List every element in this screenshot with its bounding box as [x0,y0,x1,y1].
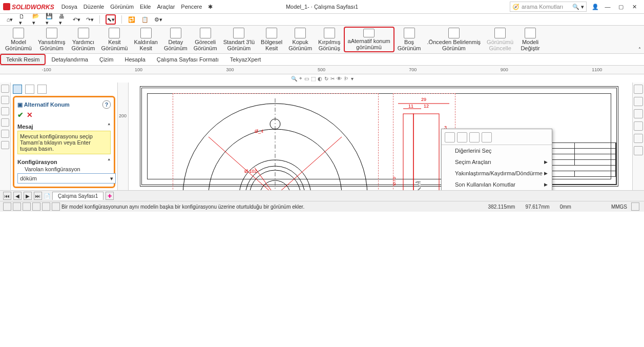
feature-tree-tab[interactable] [13,85,22,94]
ribbon-aux-view[interactable]: YardımcıGörünüm [69,27,98,52]
view-toolbar[interactable]: 🔍 ⌖ ▭ ⬚ ◐ ↻ ✂ 👁 🏳 ▾ [0,74,644,83]
add-sheet-button[interactable]: ✚ [106,192,114,200]
config-combo[interactable]: döküm▾ [17,173,116,183]
sheet-nav-prev[interactable]: ◀ [13,192,22,200]
fit-icon[interactable]: ⬚ [311,76,316,81]
rebuild-icon[interactable]: 🔁 [128,15,136,24]
sheet-nav-next[interactable]: ▶ [24,192,32,200]
settings-icon[interactable]: ⚙▾ [154,15,162,24]
display-style-icon[interactable]: ◐ [318,76,322,81]
ribbon-replace-model[interactable]: ModeliDeğiştir [516,27,544,52]
ribbon-std3-view[interactable]: Standart 3'lüGörünüm [220,27,258,52]
ctx-item[interactable]: Yakınlaştırma/Kaydırma/Döndürme▶ [442,168,552,179]
sheet-tab[interactable]: Çalışma Sayfası1 [52,192,103,200]
help-icon[interactable]: ? [102,100,111,109]
rotate-icon[interactable]: ↻ [324,76,328,81]
rail-icon[interactable] [1,85,9,93]
menu-file[interactable]: Dosya [58,3,80,11]
ribbon-break-view[interactable]: KopukGörünüm [285,27,315,52]
sheet-nav-last[interactable]: ⏭ [34,192,42,200]
ribbon-predefined[interactable]: .Önceden BelirlenmişGörünüm [424,27,484,52]
ctx-tool-icon[interactable] [445,132,455,142]
select-icon[interactable]: ⬉▾ [106,14,116,25]
ribbon-empty-view[interactable]: BoşGörünüm [394,27,424,52]
rail-icon[interactable] [634,109,643,118]
new-icon[interactable]: 🗋▾ [19,15,27,24]
undo-icon[interactable]: ↶▾ [72,15,80,24]
status-icon[interactable] [3,202,11,211]
ctx-tool-icon[interactable] [457,132,467,142]
cmd-tab[interactable]: Çalışma Sayfası Formatı [151,54,224,65]
save-icon[interactable]: 💾▾ [46,15,54,24]
ctx-item[interactable]: Diğerlerini Seç [442,145,552,156]
rail-icon[interactable] [1,130,9,138]
minimize-button[interactable]: — [601,2,614,12]
collapse-icon[interactable]: ˄ [108,123,111,130]
ribbon-icon [494,28,506,38]
cancel-button[interactable]: ✕ [27,111,33,119]
magnify-icon[interactable]: 🔍 [291,76,297,81]
redo-icon[interactable]: ↷▾ [86,15,94,24]
ok-button[interactable]: ✔ [17,111,24,119]
rail-icon[interactable] [1,141,9,149]
user-icon[interactable]: 👤 [591,3,599,11]
cmd-tab[interactable]: Teknik Resim [0,54,46,65]
open-icon[interactable]: 📂▾ [32,15,40,24]
config-tab[interactable] [37,85,47,94]
rail-icon[interactable] [634,121,643,131]
ctx-item[interactable]: Son Kullanılan Komutlar▶ [442,179,552,190]
rail-icon[interactable] [634,146,643,155]
status-icon[interactable] [52,202,60,211]
units-label: MMGS [611,204,627,210]
home-icon[interactable]: ⌂▾ [6,15,14,24]
ribbon-alt-pos[interactable]: aAternatif konumgörünümü [344,27,394,52]
zoom-area-icon[interactable]: ⌖ [299,75,302,81]
rail-icon[interactable] [1,107,9,115]
cmd-tab[interactable]: Çizim [94,54,119,65]
rail-icon[interactable] [634,134,643,143]
menu-insert[interactable]: Ekle [137,3,154,11]
ctx-tool-icon[interactable] [482,132,492,142]
menu-window[interactable]: Pencere [178,3,205,11]
cmd-tab[interactable]: Detaylandırma [46,54,94,65]
ribbon-projected-view[interactable]: YansıtılmışGörünüm [35,27,69,52]
rail-icon[interactable] [1,118,9,127]
ribbon-collapse-icon[interactable]: ˄ [638,47,641,52]
status-icon[interactable] [631,202,639,211]
collapse-icon[interactable]: ˄ [108,158,111,165]
print-icon[interactable]: 🖶▾ [59,15,67,24]
rail-icon[interactable] [634,85,643,94]
menu-view[interactable]: Görünüm [107,3,137,11]
ribbon-relative-view[interactable]: GöreceliGörünüm [191,27,220,52]
menu-help-icon[interactable]: ✱ [205,3,216,11]
ribbon-section-view[interactable]: KesitGörünümü [98,27,131,52]
menu-tools[interactable]: Araçlar [154,3,178,11]
flag-icon[interactable]: 🏳 [344,76,349,81]
status-icon[interactable] [42,202,50,211]
ribbon-detail-view[interactable]: DetayGörünüm [161,27,191,52]
visibility-icon[interactable]: 👁 [337,76,342,81]
cmd-tab[interactable]: TekyazXpert [224,54,267,65]
ribbon-removed-section[interactable]: KaldırılanKesit [131,27,160,52]
rail-icon[interactable] [634,97,643,106]
maximize-button[interactable]: ▢ [614,2,628,12]
status-icon[interactable] [13,202,21,211]
command-search[interactable]: 🧭 arama Komutları 🔍 ▾ [510,2,587,12]
section-icon[interactable]: ✂ [330,76,335,81]
status-icon[interactable] [23,202,31,211]
ribbon-broken-out[interactable]: BölgeselKesit [258,27,285,52]
ribbon-model-view[interactable]: ModelGörünümü [2,27,35,52]
close-button[interactable]: ✕ [628,2,641,12]
cmd-tab[interactable]: Hesapla [119,54,151,65]
status-icon[interactable] [32,202,40,211]
property-tab[interactable] [25,85,34,94]
ctx-item[interactable]: Seçim Araçları▶ [442,156,552,168]
drawing-canvas[interactable]: Ø_4 Ø 102 Ø90.51 Ø 15.88 29 11 12 3 3 Ø7… [129,83,632,190]
rect-zoom-icon[interactable]: ▭ [304,76,309,81]
ribbon-crop-view[interactable]: KırpılmışGörünüş [315,27,343,52]
options-icon[interactable]: 📋 [141,15,149,24]
rail-icon[interactable] [1,96,9,104]
sheet-nav-first[interactable]: ⏮ [3,192,11,200]
ctx-tool-icon[interactable] [469,132,480,142]
menu-edit[interactable]: Düzenle [80,3,107,11]
